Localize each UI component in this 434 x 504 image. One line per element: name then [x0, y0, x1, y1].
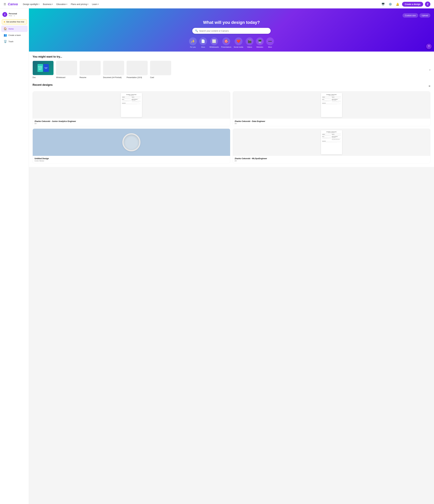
upload-button[interactable]: Upload: [419, 13, 430, 18]
suggestions-title: You might want to try...: [33, 55, 430, 58]
suggestion-presentation[interactable]: Presentation (16:9): [127, 61, 148, 79]
category-whiteboards[interactable]: ⬜ Whiteboards: [209, 37, 219, 48]
suggestion-whiteboard-thumb: [56, 61, 77, 75]
nav-business[interactable]: Business ▾: [41, 2, 54, 6]
suggestion-card[interactable]: Card: [150, 61, 171, 79]
chevron-down-icon: ▾: [39, 3, 39, 5]
hamburger-icon[interactable]: ☰: [4, 3, 6, 6]
settings-icon[interactable]: ⚙️: [388, 1, 393, 7]
nav-right: 🖥️ ⚙️ 🔔 Create a design Z: [380, 1, 430, 7]
nav-learn[interactable]: Learn ▾: [90, 2, 100, 6]
hero-title: What will you design today?: [33, 20, 430, 25]
logo-text: Canva: [8, 2, 18, 6]
suggestion-whiteboard[interactable]: Whiteboard: [56, 61, 77, 79]
category-websites[interactable]: 🖥️ Websites: [256, 37, 264, 48]
search-icon: 🔍: [195, 29, 198, 32]
suggestions-grid: DesignVisualDocs DesignDocs Doc: [33, 61, 428, 79]
create-design-button[interactable]: Create a design: [402, 2, 423, 7]
nav-plans-pricing[interactable]: Plans and pricing ▾: [69, 2, 90, 6]
logo[interactable]: Canva: [8, 2, 18, 6]
trash-icon: 🗑️: [4, 40, 7, 43]
suggestion-presentation-thumb: [127, 61, 148, 75]
sidebar-user: Z Personal Free · 1: [0, 11, 29, 18]
doc-book-1: DesignVisualDocs: [37, 64, 43, 72]
nav-links: Design spotlight ▾ Business ▾ Education …: [21, 2, 380, 6]
design-card-2[interactable]: ZHARKO CEKOVSKI DATA ENGINEER CONTACT: [233, 91, 430, 126]
suggestion-resume-thumb: [80, 61, 101, 75]
suggestion-resume[interactable]: Resume: [80, 61, 101, 79]
sidebar-user-section: Z Personal Free · 1 ★ Get another free t…: [0, 11, 29, 24]
trial-button[interactable]: ★ Get another free trial: [2, 19, 27, 24]
top-nav: ☰ Canva Design spotlight ▾ Business ▾ Ed…: [0, 0, 434, 9]
recent-title: Recent designs: [33, 83, 53, 87]
recent-designs-section: Recent designs ≡ ZHARKO CEKOVSKI DATA AN…: [33, 83, 430, 163]
sidebar-user-plan: Free · 1: [9, 15, 17, 17]
doc-preview: DesignVisualDocs DesignDocs: [33, 61, 54, 75]
design-thumb-4: ZHARKO CEKOVSKI MLOPS ENGINEER CONTACT: [233, 129, 430, 156]
docs-icon: 📄: [199, 37, 207, 45]
design-type-3: Circle Sticker: [35, 160, 228, 162]
chevron-down-icon: ▾: [98, 3, 99, 5]
social-media-icon: ❤️: [235, 37, 243, 45]
design-card-3[interactable]: Untitled Design Circle Sticker: [33, 129, 230, 163]
content-area: You might want to try... DesignVisualDoc…: [29, 52, 434, 167]
monitor-icon[interactable]: 🖥️: [380, 1, 386, 7]
category-docs[interactable]: 📄 Docs: [199, 37, 207, 48]
bell-icon[interactable]: 🔔: [395, 1, 400, 7]
more-icon: •••: [266, 37, 274, 45]
suggestion-doc[interactable]: DesignVisualDocs DesignDocs Doc: [33, 61, 54, 79]
design-type-1: A4: [35, 123, 228, 125]
list-view-icon[interactable]: ≡: [429, 84, 430, 88]
suggestion-document-a4-label: Document (A4 Portrait): [103, 76, 124, 79]
suggestion-presentation-label: Presentation (16:9): [127, 76, 148, 79]
nav-design-spotlight[interactable]: Design spotlight ▾: [21, 2, 41, 6]
design-type-2: A4: [235, 123, 428, 125]
category-presentations[interactable]: 🎯 Presentations: [221, 37, 231, 48]
recent-header: Recent designs ≡: [33, 83, 430, 89]
search-bar[interactable]: 🔍: [192, 28, 271, 34]
suggestions-next-button[interactable]: ›: [429, 68, 430, 72]
design-thumb-1: ZHARKO CEKOVSKI DATA ANALYST CONTACT: [33, 91, 230, 119]
suggestion-card-thumb: [150, 61, 171, 75]
home-icon: 🏠: [4, 27, 7, 30]
sidebar-user-name: Personal: [9, 12, 17, 15]
design-name-3: Untitled Design: [35, 157, 228, 160]
design-name-2: Zharko Cekovski - Data Engineer: [235, 120, 428, 122]
design-card-1[interactable]: ZHARKO CEKOVSKI DATA ANALYST CONTACT: [33, 91, 230, 126]
team-icon: 👥: [4, 34, 7, 37]
design-card-4[interactable]: ZHARKO CEKOVSKI MLOPS ENGINEER CONTACT: [233, 129, 430, 163]
resume-preview-1: ZHARKO CEKOVSKI DATA ANALYST CONTACT: [121, 93, 142, 117]
sidebar: Z Personal Free · 1 ★ Get another free t…: [0, 9, 29, 504]
design-info-3: Untitled Design Circle Sticker: [33, 156, 230, 163]
suggestion-resume-label: Resume: [80, 76, 101, 79]
suggestion-document-a4-thumb: [103, 61, 124, 75]
hero-buttons: Custom size Upload: [33, 13, 430, 18]
design-thumb-3: [33, 129, 230, 156]
circle-sticker: [122, 133, 140, 151]
category-social-media[interactable]: ❤️ Social media: [234, 37, 243, 48]
help-bubble[interactable]: ?: [426, 44, 432, 49]
chevron-down-icon: ▾: [88, 3, 88, 5]
avatar[interactable]: Z: [425, 1, 430, 7]
presentations-icon: 🎯: [222, 37, 230, 45]
design-thumb-2: ZHARKO CEKOVSKI DATA ENGINEER CONTACT: [233, 91, 430, 119]
design-info-4: Zharko Cekovski - MLOpsEngineer A4: [233, 156, 430, 163]
for-you-icon: ✨: [189, 37, 197, 45]
category-videos[interactable]: 🎬 Videos: [246, 37, 253, 48]
category-icons: ✨ For you 📄 Docs ⬜ Whiteboards 🎯 Present…: [33, 37, 430, 48]
doc-book-stack: DesignVisualDocs DesignDocs: [37, 64, 49, 72]
suggestion-document-a4[interactable]: Document (A4 Portrait): [103, 61, 124, 79]
suggestions-section: You might want to try... DesignVisualDoc…: [33, 55, 430, 79]
category-for-you[interactable]: ✨ For you: [189, 37, 197, 48]
nav-education[interactable]: Education ▾: [55, 2, 69, 6]
star-icon: ★: [3, 21, 5, 23]
sidebar-item-home[interactable]: 🏠 Home: [1, 26, 27, 32]
custom-size-button[interactable]: Custom size: [403, 13, 418, 18]
category-more[interactable]: ••• More: [266, 37, 274, 48]
design-name-4: Zharko Cekovski - MLOpsEngineer: [235, 157, 428, 160]
sidebar-item-trash[interactable]: 🗑️ Trash: [1, 38, 27, 45]
suggestion-doc-thumb: DesignVisualDocs DesignDocs: [33, 61, 54, 75]
sidebar-avatar: Z: [2, 12, 7, 17]
search-input[interactable]: [199, 30, 268, 32]
sidebar-item-create-team[interactable]: 👥 Create a team: [1, 32, 27, 38]
